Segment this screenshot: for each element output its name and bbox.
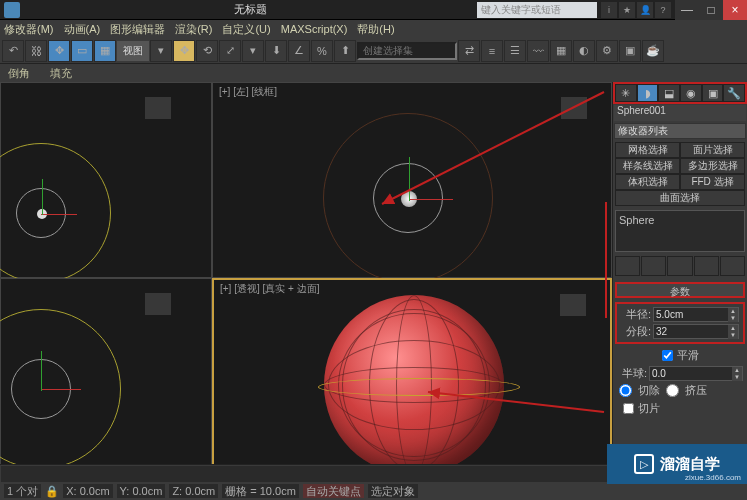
sel-vol[interactable]: 体积选择	[615, 174, 680, 190]
status-z[interactable]: Z: 0.0cm	[169, 484, 218, 498]
viewcube-icon[interactable]	[145, 293, 171, 315]
selection-set-dropdown[interactable]	[357, 42, 457, 60]
spinner-snap-button[interactable]: ⬆	[334, 40, 356, 62]
remove-mod-button[interactable]	[694, 256, 719, 276]
mirror-button[interactable]: ⇄	[458, 40, 480, 62]
rotate-button[interactable]: ⟲	[196, 40, 218, 62]
modifier-stack[interactable]: Sphere	[615, 210, 745, 252]
star-icon[interactable]: ★	[619, 2, 635, 18]
stack-item-sphere[interactable]: Sphere	[619, 214, 654, 226]
menu-render[interactable]: 渲染(R)	[175, 22, 212, 37]
hemisphere-spinner[interactable]: ▲▼	[649, 366, 743, 381]
radius-up[interactable]: ▲	[728, 308, 738, 315]
radius-spinner[interactable]: ▲▼	[653, 307, 739, 322]
segments-up[interactable]: ▲	[728, 325, 738, 332]
object-name-field[interactable]: Sphere001	[614, 105, 746, 121]
title-icons: i ★ 👤 ?	[601, 2, 671, 18]
move-button[interactable]: ✥	[173, 40, 195, 62]
status-sellock[interactable]: 选定对象	[368, 484, 418, 498]
select-move-button[interactable]: ✥	[48, 40, 70, 62]
sphere-object[interactable]	[324, 295, 504, 475]
params-rollout-header[interactable]: 参数	[615, 282, 745, 298]
menu-help[interactable]: 帮助(H)	[357, 22, 394, 37]
undo-button[interactable]: ↶	[2, 40, 24, 62]
viewcube-icon[interactable]	[561, 97, 587, 119]
search-input[interactable]: 键入关键字或短语	[477, 2, 597, 18]
percent-snap-button[interactable]: %	[311, 40, 333, 62]
status-y[interactable]: Y: 0.0cm	[117, 484, 166, 498]
lock-icon[interactable]: 🔒	[45, 485, 59, 498]
sel-surf[interactable]: 曲面选择	[615, 190, 745, 206]
link-button[interactable]: ⛓	[25, 40, 47, 62]
info-icon[interactable]: i	[601, 2, 617, 18]
menu-modifiers[interactable]: 修改器(M)	[4, 22, 54, 37]
sel-ffd[interactable]: FFD 选择	[680, 174, 745, 190]
viewport-top[interactable]	[0, 82, 212, 278]
maximize-button[interactable]: □	[699, 0, 723, 20]
align-button[interactable]: ≡	[481, 40, 503, 62]
viewport-left[interactable]: [+] [左] [线框]	[212, 82, 612, 278]
close-button[interactable]: ×	[723, 0, 747, 20]
pin-stack-button[interactable]	[615, 256, 640, 276]
material-editor-button[interactable]: ◐	[573, 40, 595, 62]
modifier-list-dropdown[interactable]: 修改器列表	[614, 123, 746, 139]
render-button[interactable]: ☕	[642, 40, 664, 62]
layers-button[interactable]: ☰	[504, 40, 526, 62]
viewcube-icon[interactable]	[560, 294, 586, 316]
hemisphere-input[interactable]	[650, 367, 732, 380]
radius-input[interactable]	[654, 308, 728, 321]
radius-down[interactable]: ▼	[728, 315, 738, 322]
sel-spline[interactable]: 样条线选择	[615, 158, 680, 174]
menu-customize[interactable]: 自定义(U)	[222, 22, 270, 37]
smooth-checkbox[interactable]	[662, 350, 673, 361]
segments-down[interactable]: ▼	[728, 332, 738, 339]
display-tab[interactable]: ▣	[702, 84, 724, 102]
select-button[interactable]: ▭	[71, 40, 93, 62]
motion-tab[interactable]: ◉	[680, 84, 702, 102]
render-setup-button[interactable]: ⚙	[596, 40, 618, 62]
curve-editor-button[interactable]: 〰	[527, 40, 549, 62]
unique-button[interactable]	[667, 256, 692, 276]
window-title: 无标题	[24, 2, 477, 17]
menu-maxscript[interactable]: MAXScript(X)	[281, 23, 348, 35]
refsys-button[interactable]: ▾	[242, 40, 264, 62]
squash-radio[interactable]	[666, 384, 679, 397]
ribbon-fill[interactable]: 填充	[50, 66, 72, 81]
hierarchy-tab[interactable]: ⬓	[658, 84, 680, 102]
minimize-button[interactable]: —	[675, 0, 699, 20]
menu-graph-editors[interactable]: 图形编辑器	[110, 22, 165, 37]
help-icon[interactable]: ?	[655, 2, 671, 18]
tool-1[interactable]: ▾	[150, 40, 172, 62]
slice-label: 切片	[638, 401, 660, 416]
angle-snap-button[interactable]: ∠	[288, 40, 310, 62]
select-region-button[interactable]: ▦	[94, 40, 116, 62]
status-x[interactable]: X: 0.0cm	[63, 484, 112, 498]
viewport-front[interactable]	[0, 278, 212, 482]
render-frame-button[interactable]: ▣	[619, 40, 641, 62]
chop-radio[interactable]	[619, 384, 632, 397]
snap-button[interactable]: ⬇	[265, 40, 287, 62]
utilities-tab[interactable]: 🔧	[723, 84, 745, 102]
sel-face[interactable]: 面片选择	[680, 142, 745, 158]
menu-animation[interactable]: 动画(A)	[64, 22, 101, 37]
segments-spinner[interactable]: ▲▼	[653, 324, 739, 339]
viewport-perspective[interactable]: [+] [透视] [真实 + 边面]	[212, 278, 612, 482]
segments-input[interactable]	[654, 325, 728, 338]
schematic-button[interactable]: ▦	[550, 40, 572, 62]
status-grid: 栅格 = 10.0cm	[222, 484, 299, 498]
slice-checkbox[interactable]	[623, 403, 634, 414]
view-dropdown[interactable]: 视图	[117, 41, 149, 61]
configure-button[interactable]	[720, 256, 745, 276]
sel-poly[interactable]: 多边形选择	[680, 158, 745, 174]
app-icon	[4, 2, 20, 18]
ribbon-bevel[interactable]: 倒角	[8, 66, 30, 81]
autokey-button[interactable]: 自动关键点	[303, 484, 364, 498]
chop-squash-row: 切除 挤压	[613, 382, 747, 399]
create-tab[interactable]: ✳	[615, 84, 637, 102]
scale-button[interactable]: ⤢	[219, 40, 241, 62]
sel-mesh[interactable]: 网格选择	[615, 142, 680, 158]
modify-tab[interactable]: ◗	[637, 84, 659, 102]
viewcube-icon[interactable]	[145, 97, 171, 119]
user-icon[interactable]: 👤	[637, 2, 653, 18]
show-end-button[interactable]	[641, 256, 666, 276]
